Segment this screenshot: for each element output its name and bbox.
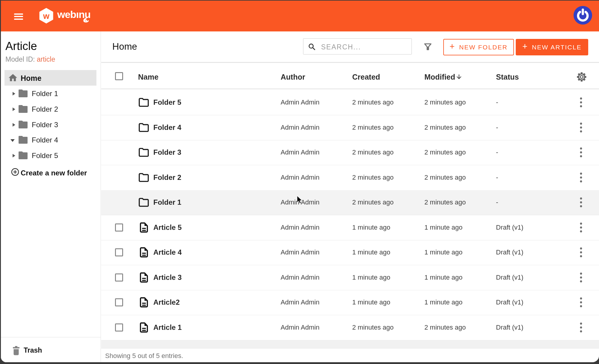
svg-text:w: w [43, 12, 50, 21]
